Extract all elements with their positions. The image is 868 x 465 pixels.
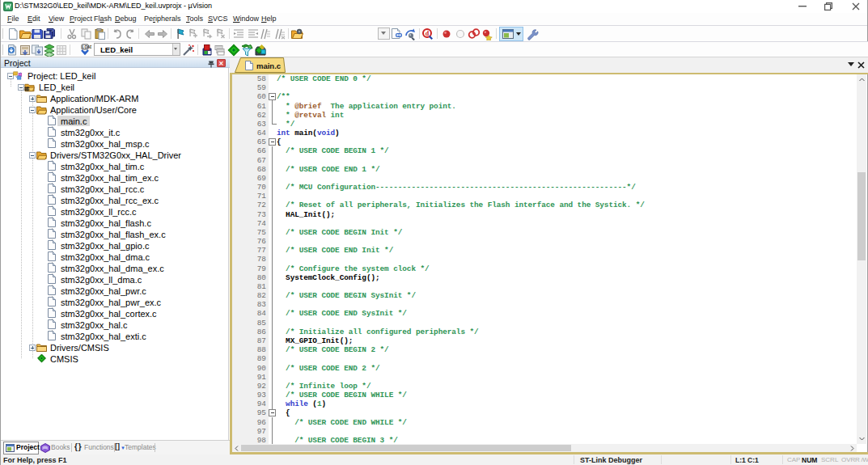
svg-text:d: d	[426, 30, 430, 37]
svg-text:LOAD: LOAD	[83, 45, 91, 49]
